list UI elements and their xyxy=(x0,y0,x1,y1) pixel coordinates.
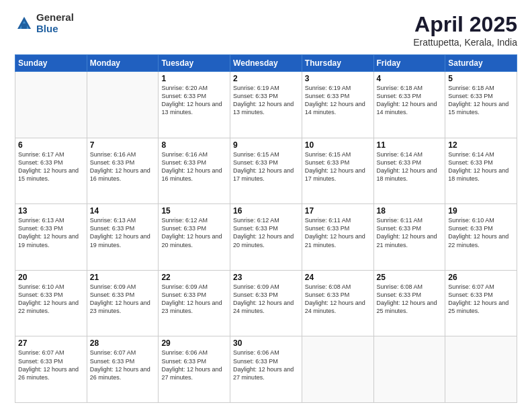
day-number: 5 xyxy=(448,74,514,83)
day-info: Sunrise: 6:18 AMSunset: 6:33 PMDaylight:… xyxy=(377,84,443,117)
day-number: 23 xyxy=(233,273,299,282)
day-number: 24 xyxy=(305,273,371,282)
day-info: Sunrise: 6:10 AMSunset: 6:33 PMDaylight:… xyxy=(18,283,84,316)
day-number: 25 xyxy=(377,273,443,282)
calendar-week-row-2: 6Sunrise: 6:17 AMSunset: 6:33 PMDaylight… xyxy=(15,138,517,204)
calendar-cell: 29Sunrise: 6:06 AMSunset: 6:33 PMDayligh… xyxy=(159,336,230,403)
day-number: 29 xyxy=(161,338,227,348)
col-thursday: Thursday xyxy=(302,55,373,72)
calendar-cell: 3Sunrise: 6:19 AMSunset: 6:33 PMDaylight… xyxy=(302,72,373,138)
day-info: Sunrise: 6:11 AMSunset: 6:33 PMDaylight:… xyxy=(305,216,371,249)
day-number: 16 xyxy=(233,206,299,216)
calendar-cell: 11Sunrise: 6:14 AMSunset: 6:33 PMDayligh… xyxy=(373,138,445,204)
calendar-cell: 12Sunrise: 6:14 AMSunset: 6:33 PMDayligh… xyxy=(445,138,517,204)
day-info: Sunrise: 6:11 AMSunset: 6:33 PMDaylight:… xyxy=(377,216,443,249)
calendar-cell: 22Sunrise: 6:09 AMSunset: 6:33 PMDayligh… xyxy=(159,270,230,336)
day-info: Sunrise: 6:13 AMSunset: 6:33 PMDaylight:… xyxy=(90,216,156,249)
col-friday: Friday xyxy=(373,55,445,72)
day-info: Sunrise: 6:07 AMSunset: 6:33 PMDaylight:… xyxy=(18,349,84,381)
day-info: Sunrise: 6:15 AMSunset: 6:33 PMDaylight:… xyxy=(305,150,371,183)
calendar-table: Sunday Monday Tuesday Wednesday Thursday… xyxy=(15,54,517,403)
day-number: 19 xyxy=(448,206,514,216)
col-monday: Monday xyxy=(87,55,159,72)
calendar-cell: 28Sunrise: 6:07 AMSunset: 6:33 PMDayligh… xyxy=(87,336,159,403)
day-number: 12 xyxy=(448,140,514,150)
day-info: Sunrise: 6:08 AMSunset: 6:33 PMDaylight:… xyxy=(305,283,371,316)
calendar-cell: 6Sunrise: 6:17 AMSunset: 6:33 PMDaylight… xyxy=(15,138,87,204)
calendar-week-row-5: 27Sunrise: 6:07 AMSunset: 6:33 PMDayligh… xyxy=(15,336,517,403)
calendar-cell xyxy=(87,72,159,138)
day-info: Sunrise: 6:15 AMSunset: 6:33 PMDaylight:… xyxy=(233,150,299,183)
calendar-cell: 25Sunrise: 6:08 AMSunset: 6:33 PMDayligh… xyxy=(373,270,445,336)
svg-rect-2 xyxy=(21,24,27,29)
day-number: 18 xyxy=(377,206,443,216)
calendar-cell: 14Sunrise: 6:13 AMSunset: 6:33 PMDayligh… xyxy=(87,204,159,271)
day-info: Sunrise: 6:19 AMSunset: 6:33 PMDaylight:… xyxy=(305,84,371,117)
calendar-header-row: Sunday Monday Tuesday Wednesday Thursday… xyxy=(15,55,517,72)
day-info: Sunrise: 6:13 AMSunset: 6:33 PMDaylight:… xyxy=(18,216,84,249)
day-number: 7 xyxy=(90,140,156,150)
day-number: 26 xyxy=(448,273,514,282)
day-number: 14 xyxy=(90,206,156,216)
day-number: 28 xyxy=(90,338,156,348)
day-info: Sunrise: 6:08 AMSunset: 6:33 PMDaylight:… xyxy=(377,283,443,316)
day-number: 15 xyxy=(161,206,227,216)
col-sunday: Sunday xyxy=(15,55,87,72)
day-info: Sunrise: 6:09 AMSunset: 6:33 PMDaylight:… xyxy=(233,283,299,316)
day-number: 30 xyxy=(233,338,299,348)
day-info: Sunrise: 6:19 AMSunset: 6:33 PMDaylight:… xyxy=(233,84,299,117)
day-info: Sunrise: 6:09 AMSunset: 6:33 PMDaylight:… xyxy=(161,283,227,316)
calendar-cell: 27Sunrise: 6:07 AMSunset: 6:33 PMDayligh… xyxy=(15,336,87,403)
day-number: 8 xyxy=(161,140,227,150)
day-number: 21 xyxy=(90,273,156,282)
calendar-cell: 19Sunrise: 6:10 AMSunset: 6:33 PMDayligh… xyxy=(445,204,517,271)
logo-general-text: General xyxy=(36,12,74,24)
calendar-cell: 8Sunrise: 6:16 AMSunset: 6:33 PMDaylight… xyxy=(159,138,230,204)
day-info: Sunrise: 6:07 AMSunset: 6:33 PMDaylight:… xyxy=(90,349,156,381)
logo-text: General Blue xyxy=(36,12,74,34)
day-number: 27 xyxy=(18,338,84,348)
day-info: Sunrise: 6:16 AMSunset: 6:33 PMDaylight:… xyxy=(90,150,156,183)
day-number: 11 xyxy=(377,140,443,150)
calendar-cell: 9Sunrise: 6:15 AMSunset: 6:33 PMDaylight… xyxy=(230,138,302,204)
calendar-cell xyxy=(302,336,373,403)
calendar-cell: 16Sunrise: 6:12 AMSunset: 6:33 PMDayligh… xyxy=(230,204,302,271)
day-number: 10 xyxy=(305,140,371,150)
calendar-title: April 2025 xyxy=(413,12,517,37)
day-info: Sunrise: 6:14 AMSunset: 6:33 PMDaylight:… xyxy=(448,150,514,183)
calendar-cell xyxy=(445,336,517,403)
calendar-cell: 23Sunrise: 6:09 AMSunset: 6:33 PMDayligh… xyxy=(230,270,302,336)
day-info: Sunrise: 6:17 AMSunset: 6:33 PMDaylight:… xyxy=(18,150,84,183)
calendar-cell: 26Sunrise: 6:07 AMSunset: 6:33 PMDayligh… xyxy=(445,270,517,336)
day-info: Sunrise: 6:14 AMSunset: 6:33 PMDaylight:… xyxy=(377,150,443,183)
calendar-cell: 10Sunrise: 6:15 AMSunset: 6:33 PMDayligh… xyxy=(302,138,373,204)
day-info: Sunrise: 6:10 AMSunset: 6:33 PMDaylight:… xyxy=(448,216,514,249)
day-info: Sunrise: 6:16 AMSunset: 6:33 PMDaylight:… xyxy=(161,150,227,183)
title-block: April 2025 Erattupetta, Kerala, India xyxy=(413,12,517,48)
calendar-cell: 17Sunrise: 6:11 AMSunset: 6:33 PMDayligh… xyxy=(302,204,373,271)
day-number: 4 xyxy=(377,74,443,83)
day-number: 3 xyxy=(305,74,371,83)
col-saturday: Saturday xyxy=(445,55,517,72)
logo-icon xyxy=(15,14,34,33)
calendar-week-row-4: 20Sunrise: 6:10 AMSunset: 6:33 PMDayligh… xyxy=(15,270,517,336)
day-info: Sunrise: 6:12 AMSunset: 6:33 PMDaylight:… xyxy=(161,216,227,249)
logo-blue-text: Blue xyxy=(36,24,74,35)
day-number: 13 xyxy=(18,206,84,216)
day-number: 22 xyxy=(161,273,227,282)
day-info: Sunrise: 6:06 AMSunset: 6:33 PMDaylight:… xyxy=(233,349,299,381)
day-info: Sunrise: 6:20 AMSunset: 6:33 PMDaylight:… xyxy=(161,84,227,117)
day-number: 6 xyxy=(18,140,84,150)
calendar-cell xyxy=(15,72,87,138)
col-tuesday: Tuesday xyxy=(159,55,230,72)
logo: General Blue xyxy=(15,12,74,34)
day-info: Sunrise: 6:18 AMSunset: 6:33 PMDaylight:… xyxy=(448,84,514,117)
calendar-week-row-1: 1Sunrise: 6:20 AMSunset: 6:33 PMDaylight… xyxy=(15,72,517,138)
col-wednesday: Wednesday xyxy=(230,55,302,72)
calendar-cell: 30Sunrise: 6:06 AMSunset: 6:33 PMDayligh… xyxy=(230,336,302,403)
day-number: 1 xyxy=(161,74,227,83)
day-info: Sunrise: 6:06 AMSunset: 6:33 PMDaylight:… xyxy=(161,349,227,381)
calendar-cell: 4Sunrise: 6:18 AMSunset: 6:33 PMDaylight… xyxy=(373,72,445,138)
day-number: 9 xyxy=(233,140,299,150)
calendar-cell: 24Sunrise: 6:08 AMSunset: 6:33 PMDayligh… xyxy=(302,270,373,336)
